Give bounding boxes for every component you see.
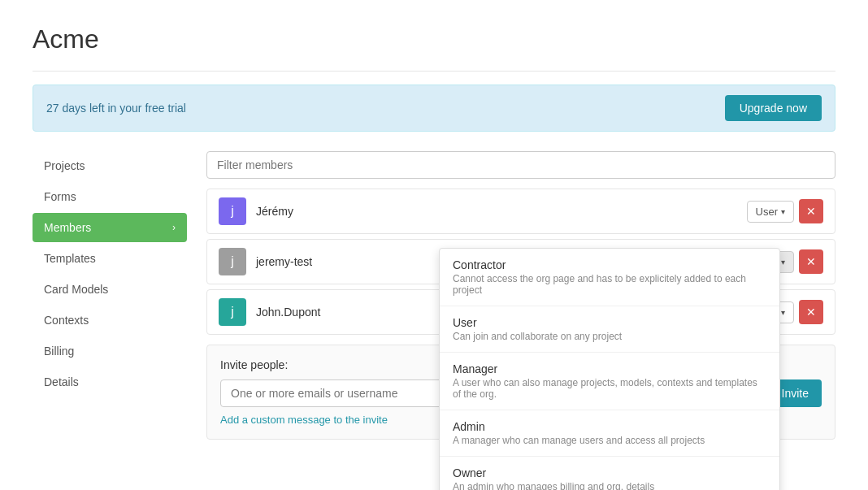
avatar: j (219, 298, 246, 326)
page: Acme 27 days left in your free trial Upg… (0, 0, 868, 490)
member-name: Jérémy (256, 205, 747, 218)
sidebar-item-contexts[interactable]: Contexts (33, 306, 187, 335)
role-option-desc: Cannot access the org page and has to be… (453, 273, 766, 296)
sidebar-item-label: Billing (44, 345, 74, 358)
role-option-name: Admin (453, 420, 766, 433)
chevron-right-icon: › (172, 222, 176, 233)
role-option-contractor[interactable]: Contractor Cannot access the org page an… (440, 249, 779, 306)
sidebar-item-label: Projects (44, 159, 85, 172)
sidebar-item-members[interactable]: Members › (33, 213, 187, 242)
role-option-desc: An admin who manages billing and org. de… (453, 481, 766, 490)
role-option-desc: Can join and collaborate on any project (453, 331, 766, 342)
role-dropdown-popup: Contractor Cannot access the org page an… (439, 248, 780, 490)
role-option-name: Manager (453, 362, 766, 375)
trial-banner: 27 days left in your free trial Upgrade … (33, 85, 835, 132)
member-actions: User ▾ ✕ (747, 199, 823, 223)
sidebar-item-templates[interactable]: Templates (33, 244, 187, 273)
sidebar-item-label: Contexts (44, 314, 89, 327)
remove-member-button[interactable]: ✕ (799, 199, 823, 223)
sidebar-item-label: Card Models (44, 283, 108, 296)
role-option-desc: A user who can also manage projects, mod… (453, 377, 766, 400)
sidebar-item-forms[interactable]: Forms (33, 182, 187, 211)
role-dropdown-button[interactable]: User ▾ (747, 201, 794, 223)
role-option-desc: A manager who can manage users and acces… (453, 435, 766, 446)
sidebar-item-projects[interactable]: Projects (33, 151, 187, 180)
trial-text: 27 days left in your free trial (46, 102, 186, 115)
app-title: Acme (33, 24, 835, 54)
upgrade-button[interactable]: Upgrade now (725, 95, 822, 121)
sidebar-item-label: Templates (44, 252, 96, 265)
filter-members-input[interactable] (206, 151, 835, 179)
caret-icon: ▾ (781, 207, 785, 216)
role-option-owner[interactable]: Owner An admin who manages billing and o… (440, 457, 779, 490)
role-option-name: User (453, 316, 766, 329)
remove-member-button[interactable]: ✕ (799, 249, 823, 274)
role-option-admin[interactable]: Admin A manager who can manage users and… (440, 410, 779, 457)
role-option-user[interactable]: User Can join and collaborate on any pro… (440, 306, 779, 353)
sidebar-item-label: Members (44, 221, 91, 234)
avatar: j (219, 248, 246, 275)
caret-icon: ▾ (781, 258, 785, 267)
sidebar-item-card-models[interactable]: Card Models (33, 275, 187, 304)
invite-custom-message-link[interactable]: Add a custom message to the invite (220, 414, 388, 426)
avatar: j (219, 197, 246, 225)
table-row: j Jérémy User ▾ ✕ (206, 189, 835, 234)
sidebar-item-details[interactable]: Details (33, 367, 187, 397)
role-option-name: Contractor (453, 258, 766, 271)
remove-member-button[interactable]: ✕ (799, 300, 823, 324)
sidebar-item-billing[interactable]: Billing (33, 336, 187, 366)
sidebar: Projects Forms Members › Templates Card … (33, 151, 187, 440)
role-option-name: Owner (453, 466, 766, 479)
role-option-manager[interactable]: Manager A user who can also manage proje… (440, 353, 779, 410)
sidebar-item-label: Details (44, 375, 79, 388)
divider (33, 71, 835, 72)
caret-icon: ▾ (781, 308, 785, 317)
sidebar-item-label: Forms (44, 190, 76, 203)
